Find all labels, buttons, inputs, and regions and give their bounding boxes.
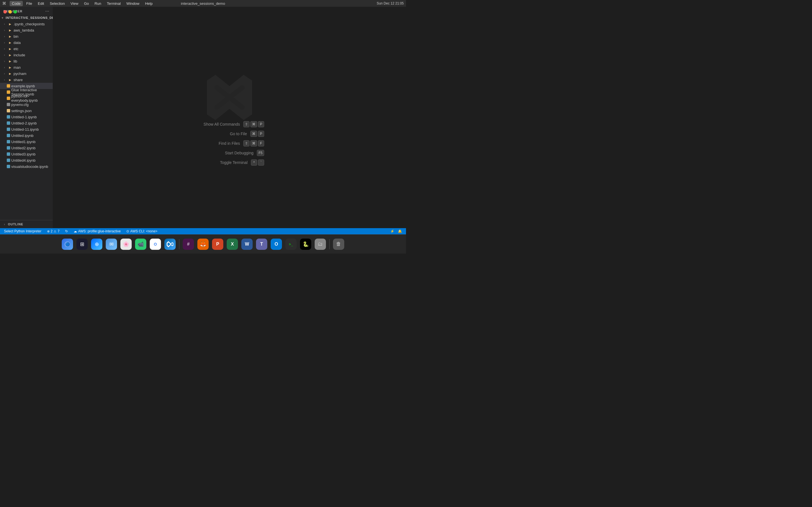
folder-chevron-icon <box>2 22 7 26</box>
file-name: Untitled1.ipynb <box>11 140 36 144</box>
file-untitled-1[interactable]: Untitled-1.ipynb <box>0 114 53 120</box>
menu-window[interactable]: Window <box>124 1 142 6</box>
error-icon: ⊗ <box>47 230 50 233</box>
menu-edit[interactable]: Edit <box>36 1 46 6</box>
statusbar-right: ⚡ 🔔 <box>389 228 404 234</box>
folder-aws-lambda[interactable]: ▶ aws_lambda <box>0 27 53 33</box>
dock-pycharm[interactable]: 🐍 <box>299 237 312 251</box>
dock-word[interactable]: W <box>240 237 254 251</box>
file-untitled-2[interactable]: Untitled-2.ipynb <box>0 120 53 126</box>
dock-vscode-main[interactable] <box>163 237 177 251</box>
dock-teams[interactable]: T <box>255 237 268 251</box>
folder-data[interactable]: ▶ data <box>0 40 53 46</box>
dock-powerpoint[interactable]: P <box>211 237 224 251</box>
folder-ipynb-checkpoints[interactable]: ▶ .ipynb_checkpoints <box>0 21 53 27</box>
sync-icon: ↻ <box>65 229 68 233</box>
menu-file[interactable]: File <box>24 1 35 6</box>
menu-view[interactable]: View <box>68 1 81 6</box>
notebook-icon <box>7 152 10 156</box>
file-name: pyvenv.cfg <box>11 103 29 107</box>
dock-finder[interactable]: 🔵 <box>61 237 74 251</box>
close-button[interactable] <box>3 10 7 13</box>
folder-pycham[interactable]: ▶ pycham <box>0 70 53 76</box>
dock-firefox[interactable]: 🦊 <box>196 237 210 251</box>
remote-icon-item[interactable]: ⚡ <box>389 228 396 234</box>
file-untitled2[interactable]: Untitled2.ipynb <box>0 145 53 151</box>
git-sync-item[interactable]: ↻ <box>63 228 70 234</box>
maximize-button[interactable] <box>13 10 17 13</box>
dock-photos[interactable]: 🌸 <box>119 237 133 251</box>
folder-name: bin <box>13 34 18 39</box>
menu-help[interactable]: Help <box>143 1 155 6</box>
folder-lib[interactable]: ▶ lib <box>0 58 53 64</box>
notebook-icon <box>7 91 10 94</box>
window-title: interactive_sessions_demo <box>181 1 225 6</box>
folder-include[interactable]: ▶ include <box>0 52 53 58</box>
folder-icon: ▶ <box>8 40 12 45</box>
menu-code[interactable]: Code <box>10 1 23 6</box>
file-untitled[interactable]: Untitled.ipynb <box>0 132 53 138</box>
kbd-group: ^ ` <box>251 159 264 166</box>
minimize-button[interactable] <box>8 10 12 13</box>
menubar: ⌘ Code File Edit Selection View Go Run T… <box>0 0 406 7</box>
root-chevron-icon <box>0 15 4 20</box>
folder-bin[interactable]: ▶ bin <box>0 33 53 40</box>
aws-cli-icon: ⊙ <box>126 229 129 233</box>
sidebar-bottom: OUTLINE <box>0 220 53 228</box>
folder-icon: ▶ <box>8 59 12 63</box>
file-untitled3[interactable]: Untitled3.ipynb <box>0 151 53 157</box>
aws-profile-item[interactable]: ☁ AWS: profile:glue-interactive <box>72 228 122 234</box>
dock-finder-2[interactable]: 🗂 <box>313 237 327 251</box>
dock-excel[interactable]: X <box>225 237 239 251</box>
file-untitled1[interactable]: Untitled1.ipynb <box>0 138 53 145</box>
kbd-group: F5 <box>257 150 264 156</box>
dock-mail[interactable]: ✉ <box>105 237 118 251</box>
file-name: Untitled3.ipynb <box>11 152 36 156</box>
error-count: 2 <box>51 229 53 233</box>
file-visualstudiocode[interactable]: visualstudiocode.ipynb <box>0 163 53 170</box>
file-settings-json[interactable]: settings.json <box>0 108 53 114</box>
folder-icon: ▶ <box>8 71 12 76</box>
folder-name: include <box>13 53 25 57</box>
shortcut-toggle-terminal: Toggle Terminal ^ ` <box>202 159 264 166</box>
root-folder[interactable]: INTERACTIVE_SESSIONS_DEMO <box>0 15 53 21</box>
outline-section[interactable]: OUTLINE <box>0 220 53 228</box>
bell-icon-item[interactable]: 🔔 <box>396 228 404 234</box>
more-actions-icon[interactable]: ··· <box>45 9 49 13</box>
folder-icon: ▶ <box>8 22 12 26</box>
file-untitled4[interactable]: Untitled4.ipynb <box>0 157 53 163</box>
dock-facetime[interactable]: 📹 <box>134 237 147 251</box>
folder-icon: ▶ <box>8 65 12 69</box>
dock-safari[interactable]: ⊕ <box>90 237 103 251</box>
folder-etc[interactable]: ▶ etc <box>0 46 53 52</box>
firefox-icon: 🦊 <box>197 238 209 250</box>
menu-run[interactable]: Run <box>92 1 103 6</box>
menu-terminal[interactable]: Terminal <box>105 1 123 6</box>
svg-point-5 <box>154 243 156 245</box>
outlook-icon: O <box>271 238 282 250</box>
app-container: EXPLORER ··· INTERACTIVE_SESSIONS_DEMO ▶… <box>0 7 406 253</box>
folder-man[interactable]: ▶ man <box>0 64 53 70</box>
dock-outlook[interactable]: O <box>269 237 283 251</box>
aws-cli-item[interactable]: ⊙ AWS CLI: <none> <box>124 228 159 234</box>
dock-slack[interactable]: # <box>182 237 195 251</box>
file-untitled-11[interactable]: Untitled-11.ipynb <box>0 126 53 132</box>
shortcut-start-debugging: Start Debugging F5 <box>208 150 264 156</box>
key-backtick: ` <box>258 159 264 166</box>
folder-icon: ▶ <box>8 77 12 82</box>
finder-icon: 🔵 <box>62 238 73 250</box>
file-tree: INTERACTIVE_SESSIONS_DEMO ▶ .ipynb_check… <box>0 15 53 220</box>
errors-item[interactable]: ⊗ 2 ⚠ 7 <box>45 228 61 234</box>
menu-go[interactable]: Go <box>82 1 91 6</box>
dock-chrome[interactable] <box>149 237 162 251</box>
python-interpreter-item[interactable]: Select Python Interpreter <box>2 228 43 234</box>
shortcut-go-to-file: Go to File ⌘ P <box>202 131 264 137</box>
file-python-for-everybody[interactable]: python-for-everybody.ipynb <box>0 95 53 101</box>
menu-selection[interactable]: Selection <box>47 1 67 6</box>
folder-share[interactable]: ▶ share <box>0 76 53 83</box>
file-name: settings.json <box>11 109 32 113</box>
dock-terminal[interactable]: >_ <box>284 237 298 251</box>
dock-trash[interactable]: 🗑 <box>332 237 345 251</box>
dock-launchpad[interactable]: ⊞ <box>75 237 89 251</box>
python-interpreter-label: Select Python Interpreter <box>4 229 42 233</box>
